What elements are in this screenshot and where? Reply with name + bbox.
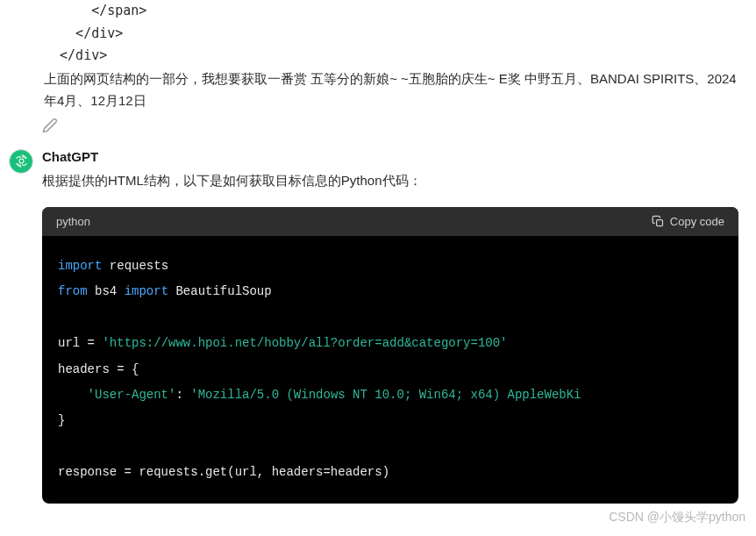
code-language-label: python	[56, 215, 90, 228]
code-string: 'https://www.hpoi.net/hobby/all?order=ad…	[102, 336, 507, 350]
copy-code-label: Copy code	[670, 215, 724, 228]
code-ident: response = requests.get(url, headers=hea…	[58, 465, 389, 479]
edit-icon[interactable]	[42, 118, 58, 133]
code-ident: BeautifulSoup	[168, 284, 272, 298]
code-ident: requests	[102, 259, 168, 273]
user-message: </span> </div> </div> 上面的网页结构的一部分，我想要获取一…	[0, 0, 756, 112]
assistant-reply-text: 根据提供的HTML结构，以下是如何获取目标信息的Python代码：	[42, 169, 738, 192]
code-string: 'Mozilla/5.0 (Windows NT 10.0; Win64; x6…	[190, 388, 581, 402]
code-content[interactable]: import requests from bs4 import Beautifu…	[42, 236, 738, 504]
code-indent	[58, 388, 88, 402]
code-string: 'User-Agent'	[88, 388, 176, 402]
copy-code-button[interactable]: Copy code	[652, 215, 724, 228]
message-actions	[0, 112, 756, 149]
watermark: CSDN @小馒头学python	[609, 510, 745, 525]
code-keyword: import	[58, 259, 102, 273]
code-ident: bs4	[88, 284, 125, 298]
assistant-name: ChatGPT	[42, 149, 738, 164]
code-block: python Copy code import requests from bs…	[42, 207, 738, 504]
svg-rect-1	[656, 220, 662, 226]
user-code-line: </span>	[44, 0, 738, 23]
user-code-line: </div>	[44, 23, 738, 46]
code-ident: headers = {	[58, 362, 139, 376]
code-keyword: import	[125, 284, 168, 298]
assistant-message: ChatGPT 根据提供的HTML结构，以下是如何获取目标信息的Python代码…	[0, 149, 756, 504]
code-ident: url =	[58, 336, 102, 350]
svg-point-0	[19, 159, 24, 163]
code-keyword: from	[58, 284, 88, 298]
user-code-line: </div>	[44, 45, 738, 68]
code-ident: }	[58, 413, 65, 427]
user-text: 上面的网页结构的一部分，我想要获取一番赏 五等分的新娘~ ~五胞胎的庆生~ E奖…	[44, 68, 738, 112]
clipboard-icon	[652, 215, 665, 228]
code-header: python Copy code	[42, 207, 738, 236]
assistant-avatar-icon	[9, 149, 33, 174]
code-ident: :	[175, 388, 190, 402]
